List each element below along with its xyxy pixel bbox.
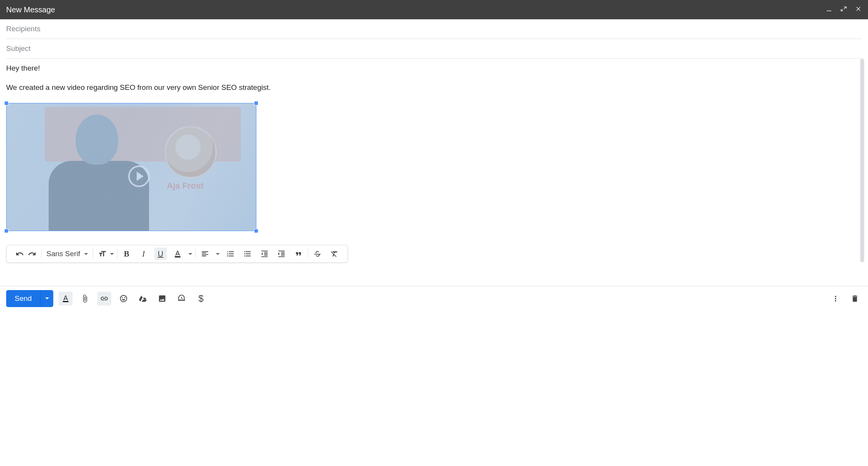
- italic-icon[interactable]: I: [137, 248, 150, 260]
- recipients-field[interactable]: Recipients: [6, 19, 862, 39]
- indent-less-icon[interactable]: [258, 248, 271, 260]
- subject-field[interactable]: Subject: [6, 39, 862, 59]
- discard-draft-icon[interactable]: [848, 292, 862, 306]
- insert-drive-icon[interactable]: [136, 292, 150, 306]
- insert-emoji-icon[interactable]: [117, 292, 131, 306]
- dollar-icon[interactable]: $: [194, 292, 208, 306]
- align-caret[interactable]: [216, 253, 220, 255]
- send-options-button[interactable]: [40, 290, 53, 307]
- underline-icon[interactable]: U: [154, 248, 167, 260]
- resize-handle-ne[interactable]: [254, 101, 258, 105]
- minimize-icon[interactable]: [826, 5, 832, 14]
- send-button[interactable]: Send: [6, 290, 40, 307]
- text-color-caret[interactable]: [188, 253, 192, 255]
- svg-rect-2: [63, 301, 69, 302]
- more-options-icon[interactable]: [829, 292, 843, 306]
- body-line: We created a new video regarding SEO fro…: [6, 83, 862, 93]
- strikethrough-icon[interactable]: [311, 248, 324, 260]
- remove-formatting-icon[interactable]: [328, 248, 341, 260]
- indent-more-icon[interactable]: [275, 248, 288, 260]
- quote-icon[interactable]: [292, 248, 305, 260]
- close-icon[interactable]: [855, 5, 862, 14]
- text-color-icon[interactable]: [171, 248, 184, 260]
- compose-header: New Message: [0, 0, 868, 19]
- compose-action-bar: Send $: [0, 286, 868, 311]
- undo-icon[interactable]: [14, 248, 26, 260]
- resize-handle-sw[interactable]: [4, 229, 8, 233]
- insert-photo-icon[interactable]: [155, 292, 169, 306]
- bold-icon[interactable]: B: [120, 248, 133, 260]
- body-scrollbar[interactable]: [860, 59, 864, 262]
- popout-collapse-icon[interactable]: [840, 5, 847, 14]
- embedded-video-thumbnail[interactable]: Aja Frost: [6, 103, 256, 231]
- attach-file-icon[interactable]: [78, 292, 92, 306]
- resize-handle-se[interactable]: [254, 229, 258, 233]
- resize-handle-nw[interactable]: [4, 101, 8, 105]
- formatting-toolbar: Sans Serif B I U: [6, 245, 348, 263]
- formatting-toggle-icon[interactable]: [59, 292, 73, 306]
- svg-rect-0: [827, 11, 831, 12]
- insert-link-icon[interactable]: [97, 292, 111, 306]
- redo-icon[interactable]: [26, 248, 38, 260]
- font-size-caret[interactable]: [110, 253, 114, 255]
- bulleted-list-icon[interactable]: [241, 248, 254, 260]
- numbered-list-icon[interactable]: [224, 248, 237, 260]
- font-family-select[interactable]: Sans Serif: [45, 250, 90, 258]
- font-size-icon[interactable]: [96, 248, 108, 260]
- svg-rect-1: [175, 256, 180, 257]
- confidential-mode-icon[interactable]: [175, 292, 188, 306]
- compose-title: New Message: [6, 5, 826, 14]
- align-icon[interactable]: [199, 248, 211, 260]
- body-line: Hey there!: [6, 63, 862, 73]
